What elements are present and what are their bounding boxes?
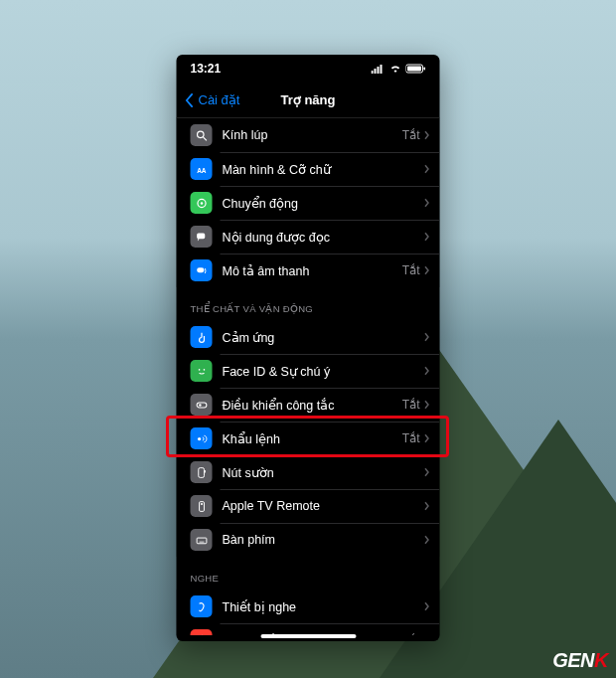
svg-rect-20 [204,470,205,472]
watermark-part1: GEN [552,649,594,671]
text-size-icon: AA [191,158,213,180]
battery-icon [406,64,426,74]
status-time: 13:21 [191,62,222,76]
chevron-right-icon [424,261,430,279]
row-label: Cảm ứng [223,330,424,345]
chevron-right-icon [424,194,430,212]
row-display-text-size[interactable]: AA Màn hình & Cỡ chữ [177,152,440,186]
svg-point-17 [199,404,201,406]
section-hearing: NGHE [177,557,440,590]
svg-line-8 [203,137,206,140]
row-status: Tắt [402,128,420,142]
chevron-right-icon [424,429,430,447]
svg-rect-2 [378,67,380,74]
svg-point-11 [200,202,202,204]
row-keyboards[interactable]: Bàn phím [177,523,440,557]
chevron-right-icon [424,463,430,481]
svg-rect-3 [381,65,383,74]
row-voice-control[interactable]: Khẩu lệnh Tắt [177,422,440,455]
row-label: Bàn phím [223,533,424,547]
row-switch-control[interactable]: Điều khiển công tắc Tắt [177,388,440,422]
svg-rect-6 [424,68,426,71]
row-status: Tắt [402,398,420,412]
svg-rect-13 [197,267,204,272]
row-label: Điều khiển công tắc [223,398,402,413]
svg-point-18 [197,436,200,439]
chevron-right-icon [424,126,430,144]
page-title: Trợ năng [281,92,336,107]
magnifier-icon [191,124,213,146]
chevron-right-icon [424,160,430,178]
row-spoken-content[interactable]: Nội dung được đọc [177,220,440,254]
row-label: Face ID & Sự chú ý [223,364,424,379]
voice-control-icon [191,427,213,449]
status-bar: 13:21 [177,55,440,83]
speech-icon [191,226,213,248]
status-indicators [372,64,426,74]
settings-list: Kính lúp Tắt AA Màn hình & Cỡ chữ Chuyển… [177,118,440,635]
row-touch[interactable]: Cảm ứng [177,320,440,354]
sound-recognition-icon [191,629,213,635]
row-label: Nút sườn [223,465,424,480]
row-label: Nội dung được đọc [223,230,424,245]
row-apple-tv-remote[interactable]: Apple TV Remote [177,489,440,523]
row-label: Chuyển động [223,196,424,211]
chevron-right-icon [424,597,430,615]
nav-bar: Cài đặt Trợ năng [177,83,440,118]
phone-frame: 13:21 Cài đặt Trợ năng Kính lúp Tắt AA M… [177,55,440,641]
watermark: GENK [552,649,608,672]
side-button-icon [191,461,213,483]
row-motion[interactable]: Chuyển động [177,186,440,220]
watermark-part2: K [594,649,608,671]
motion-icon [191,192,213,214]
section-physical-motor: THỂ CHẤT VÀ VẬN ĐỘNG [177,287,440,320]
chevron-right-icon [424,328,430,346]
row-hearing-devices[interactable]: Thiết bị nghe [177,590,440,623]
audio-desc-icon [191,259,213,281]
svg-rect-0 [372,71,374,74]
svg-point-14 [198,369,200,371]
signal-icon [372,64,385,74]
row-audio-descriptions[interactable]: Mô tả âm thanh Tắt [177,254,440,287]
svg-rect-19 [198,467,204,477]
svg-point-7 [197,131,204,138]
svg-point-22 [200,503,202,505]
touch-icon [191,326,213,348]
row-label: Mô tả âm thanh [223,263,402,278]
row-label: Thiết bị nghe [223,599,424,614]
svg-rect-5 [407,67,421,72]
faceid-icon [191,360,213,382]
row-label: Apple TV Remote [223,499,424,513]
chevron-right-icon [424,497,430,515]
svg-point-15 [203,369,205,371]
row-label: Khẩu lệnh [223,431,402,446]
row-status: Tắt [402,263,420,277]
svg-rect-16 [197,403,207,408]
row-side-button[interactable]: Nút sườn [177,455,440,489]
row-status: Tắt [402,633,420,635]
svg-rect-23 [197,538,207,544]
tv-remote-icon [191,495,213,517]
keyboard-icon [191,529,213,551]
chevron-right-icon [424,228,430,246]
chevron-right-icon [424,531,430,549]
ear-icon [191,595,213,617]
row-magnifier[interactable]: Kính lúp Tắt [177,118,440,152]
chevron-left-icon [185,93,195,107]
switch-control-icon [191,394,213,416]
row-faceid-attention[interactable]: Face ID & Sự chú ý [177,354,440,388]
back-label: Cài đặt [199,92,240,107]
row-status: Tắt [402,431,420,445]
chevron-right-icon [424,396,430,414]
row-label: Kính lúp [223,128,402,142]
chevron-right-icon [424,631,430,635]
row-label: Màn hình & Cỡ chữ [223,162,424,177]
back-button[interactable]: Cài đặt [185,92,240,107]
chevron-right-icon [424,362,430,380]
wifi-icon [389,64,402,74]
svg-text:AA: AA [197,166,207,173]
svg-rect-12 [197,233,205,239]
home-indicator[interactable] [260,634,356,638]
svg-rect-1 [375,69,377,74]
